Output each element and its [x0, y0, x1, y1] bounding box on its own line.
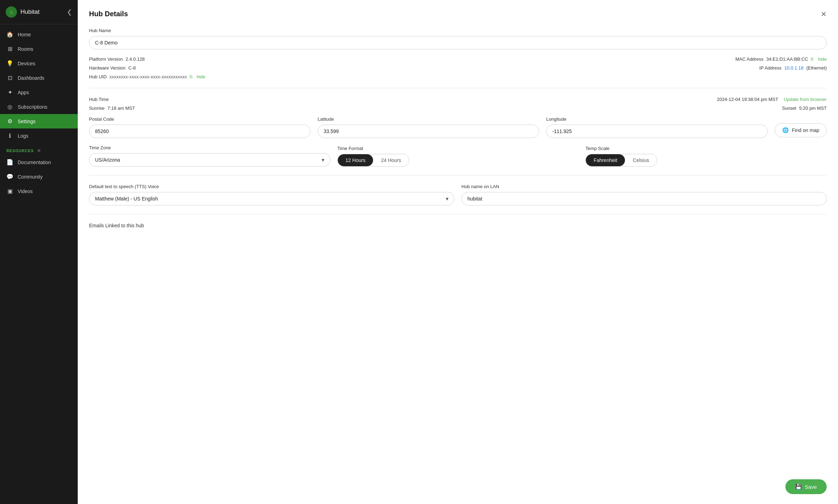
sidebar: ⌂ Hubitat ❮ 🏠 Home ⊞ Rooms 💡 Devices ⊡ D…	[0, 0, 78, 504]
hardware-version-value: C-8	[128, 65, 136, 71]
divider-1	[89, 88, 827, 88]
time-format-label: Time Format	[337, 146, 579, 151]
postal-code-field: Postal Code	[89, 116, 311, 138]
mac-copy-icon[interactable]: ⎘	[811, 56, 814, 62]
tz-format-row: Time Zone US/Arizona ▼ Time Format 12 Ho…	[89, 145, 827, 167]
sidebar-item-label: Documentation	[18, 160, 51, 165]
hub-name-input[interactable]	[89, 36, 827, 49]
sunrise-label: Sunrise	[89, 106, 105, 111]
sidebar-item-label: Dashboards	[18, 75, 45, 81]
mac-address-value: 34:E1:D1:AA:BB:CC	[766, 56, 808, 62]
latitude-label: Latitude	[318, 116, 539, 122]
panel-title: Hub Details	[89, 10, 128, 18]
voice-lan-row: Default text to speech (TTS) Voice Matth…	[89, 184, 827, 205]
close-button[interactable]: ✕	[821, 11, 827, 18]
sunset-label: Sunset	[782, 106, 796, 111]
devices-icon: 💡	[6, 60, 13, 67]
sidebar-item-label: Logs	[18, 133, 28, 139]
right-meta: MAC Address 34:E1:D1:AA:BB:CC ⎘ hide IP …	[735, 56, 827, 71]
ip-address-value[interactable]: 10.0.1.18	[784, 65, 803, 71]
sidebar-item-documentation[interactable]: 📄 Documentation	[0, 155, 78, 169]
hub-lan-label: Hub name on LAN	[461, 184, 827, 189]
temp-celsius-button[interactable]: Celsius	[625, 154, 657, 166]
temp-scale-label: Temp Scale	[585, 146, 827, 151]
ip-address-row: IP Address 10.0.1.18 (Ethernet)	[759, 65, 827, 71]
sunset-value: 5:20 pm MST	[799, 106, 827, 111]
hub-uid-row: Hub UID xxxxxxxx-xxxx-xxxx-xxxx-xxxxxxxx…	[89, 74, 205, 79]
tts-voice-select[interactable]: Matthew (Male) - US English	[89, 192, 454, 205]
mac-address-label: MAC Address	[735, 56, 763, 62]
divider-2	[89, 175, 827, 175]
uid-copy-icon[interactable]: ⎘	[190, 74, 193, 79]
logs-icon: ℹ	[6, 132, 13, 139]
sidebar-item-label: Apps	[18, 90, 29, 95]
rooms-icon: ⊞	[6, 46, 13, 52]
coords-row: Postal Code Latitude Longitude 🌐 Find on…	[89, 116, 827, 138]
find-on-map-button[interactable]: 🌐 Find on map	[775, 123, 827, 137]
resources-label: RESOURCES	[6, 149, 34, 153]
sidebar-item-label: Videos	[18, 188, 33, 194]
sidebar-header: ⌂ Hubitat ❮	[0, 0, 78, 24]
hub-time-row: Hub Time 2024-12-04 19:38:04 pm MST Upda…	[89, 97, 827, 102]
sidebar-item-logs[interactable]: ℹ Logs	[0, 128, 78, 143]
sidebar-item-settings[interactable]: ⚙ Settings	[0, 114, 78, 128]
time-format-toggle: 12 Hours 24 Hours	[337, 154, 409, 167]
hub-time-value: 2024-12-04 19:38:04 pm MST	[717, 97, 778, 102]
ip-address-suffix: (Ethernet)	[806, 65, 827, 71]
sidebar-item-label: Home	[18, 32, 31, 37]
logo-icon: ⌂	[6, 6, 17, 18]
hardware-version-row: Hardware Version C-8	[89, 65, 205, 71]
save-button[interactable]: 💾 Save	[785, 479, 827, 494]
sidebar-item-label: Rooms	[18, 46, 33, 52]
sidebar-item-subscriptions[interactable]: ◎ Subscriptions	[0, 100, 78, 114]
mac-hide-link[interactable]: hide	[818, 56, 827, 62]
postal-code-input[interactable]	[89, 125, 311, 138]
sidebar-item-dashboards[interactable]: ⊡ Dashboards	[0, 71, 78, 85]
sidebar-item-apps[interactable]: ✦ Apps	[0, 85, 78, 100]
postal-code-label: Postal Code	[89, 116, 311, 122]
resources-collapse-icon: ✕	[37, 148, 41, 154]
sunset-item: Sunset 5:20 pm MST	[782, 106, 827, 111]
collapse-button[interactable]: ❮	[67, 8, 72, 16]
time-zone-field: Time Zone US/Arizona ▼	[89, 145, 330, 167]
platform-version-value: 2.4.0.128	[125, 56, 144, 62]
hub-details-panel: Hub Details ✕ Hub Name Platform Version …	[78, 0, 838, 504]
update-from-browser-link[interactable]: Update from browser	[784, 97, 827, 102]
sidebar-item-rooms[interactable]: ⊞ Rooms	[0, 42, 78, 56]
sidebar-item-videos[interactable]: ▣ Videos	[0, 184, 78, 198]
divider-3	[89, 214, 827, 214]
uid-hide-link[interactable]: hide	[197, 74, 206, 79]
hardware-version-label: Hardware Version	[89, 65, 125, 71]
temp-scale-toggle: Fahrenheit Celsius	[585, 154, 657, 167]
sunrise-value: 7:18 am MST	[107, 106, 135, 111]
save-icon: 💾	[795, 484, 802, 490]
time-format-24h-button[interactable]: 24 Hours	[373, 154, 409, 166]
sidebar-item-devices[interactable]: 💡 Devices	[0, 56, 78, 71]
emails-label: Emails Linked to this hub	[89, 223, 827, 228]
hub-time-label: Hub Time	[89, 97, 109, 102]
hub-lan-input[interactable]	[461, 192, 827, 205]
temp-scale-field: Temp Scale Fahrenheit Celsius	[585, 146, 827, 167]
hub-name-label: Hub Name	[89, 28, 827, 33]
time-zone-select[interactable]: US/Arizona	[89, 153, 330, 167]
time-format-12h-button[interactable]: 12 Hours	[338, 154, 373, 166]
sidebar-logo: ⌂ Hubitat	[6, 6, 40, 18]
sidebar-item-community[interactable]: 💬 Community	[0, 169, 78, 184]
platform-version-label: Platform Version	[89, 56, 123, 62]
longitude-input[interactable]	[546, 125, 768, 138]
resources-section-label: RESOURCES ✕	[0, 143, 78, 155]
app-name: Hubitat	[20, 8, 40, 16]
home-icon: 🏠	[6, 31, 13, 38]
left-meta: Platform Version 2.4.0.128 Hardware Vers…	[89, 56, 205, 79]
videos-icon: ▣	[6, 188, 13, 194]
time-zone-select-wrap: US/Arizona ▼	[89, 153, 330, 167]
apps-icon: ✦	[6, 89, 13, 96]
tts-voice-field: Default text to speech (TTS) Voice Matth…	[89, 184, 454, 205]
latitude-input[interactable]	[318, 125, 539, 138]
temp-fahrenheit-button[interactable]: Fahrenheit	[586, 154, 625, 166]
ip-address-label: IP Address	[759, 65, 781, 71]
sidebar-item-home[interactable]: 🏠 Home	[0, 27, 78, 42]
sidebar-item-label: Devices	[18, 61, 35, 66]
documentation-icon: 📄	[6, 159, 13, 166]
time-format-field: Time Format 12 Hours 24 Hours	[337, 146, 579, 167]
